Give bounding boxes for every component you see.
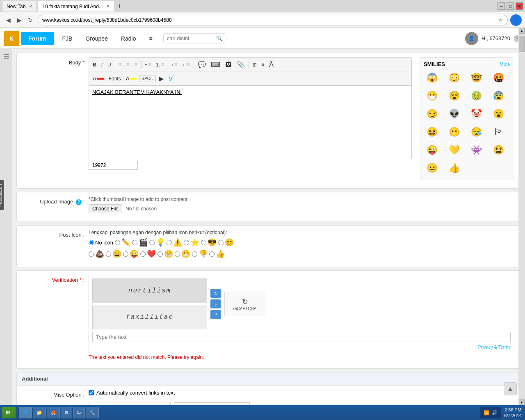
nav-forum-link[interactable]: Forum (21, 32, 54, 45)
icon-pencil[interactable]: ✏️ (115, 238, 130, 247)
close-btn[interactable]: ✕ (516, 2, 523, 10)
ul-btn[interactable]: • ≡ (143, 61, 153, 69)
icon-grin-radio[interactable] (158, 251, 163, 257)
captcha-refresh-btn[interactable]: ↻ (210, 289, 221, 298)
icon-star-radio[interactable] (184, 240, 189, 245)
smiley-13[interactable]: 😆 (424, 124, 440, 140)
minimize-btn[interactable]: ─ (498, 2, 505, 10)
misc-option-checkbox-label[interactable]: Automatically convert links in text (89, 390, 514, 396)
taskbar-item-chrome[interactable]: ⚙ (61, 407, 72, 418)
tab-new[interactable]: New Tab ✕ (2, 1, 37, 11)
bold-btn[interactable]: B (91, 61, 98, 69)
smiley-21[interactable]: 😐 (424, 160, 440, 176)
icon-crazy-radio[interactable] (123, 251, 128, 257)
search-input[interactable] (167, 35, 216, 41)
captcha-help-btn[interactable]: ? (210, 310, 221, 319)
underline-btn[interactable]: U (105, 61, 113, 69)
smiley-14[interactable]: 😶 (446, 124, 462, 140)
icon-dislike-radio[interactable] (192, 251, 197, 257)
smiley-20[interactable]: 😫 (490, 142, 507, 158)
clock[interactable]: 2:56 PM 6/7/2014 (504, 407, 522, 419)
char-count-input[interactable] (89, 161, 138, 170)
icon-grin[interactable]: 😁 (158, 249, 173, 258)
chrome-user-btn[interactable]: 👤 (510, 14, 522, 26)
icon-poop-radio[interactable] (89, 251, 94, 257)
icon-no-icon-radio[interactable] (89, 240, 94, 245)
spoil-btn[interactable]: SPOIL (139, 75, 155, 82)
smiley-3[interactable]: 🤓 (468, 70, 484, 86)
code-btn[interactable]: ⌨ (209, 59, 222, 70)
icon-cool[interactable]: 😎 (201, 238, 217, 247)
icon-crazy[interactable]: 😜 (123, 249, 139, 258)
nav-menu-btn[interactable]: ≡ (143, 32, 159, 45)
back-btn[interactable]: ◀ (3, 15, 13, 25)
ol-btn[interactable]: 1. ≡ (154, 61, 166, 69)
smiley-2[interactable]: 😳 (446, 70, 462, 86)
misc-option-checkbox[interactable] (89, 390, 94, 395)
captcha-audio-btn[interactable]: ♪ (210, 299, 221, 308)
smiley-6[interactable]: 😵 (446, 88, 462, 104)
icon-warning-radio[interactable] (167, 240, 172, 245)
font-size-btn[interactable]: Ã (267, 60, 276, 70)
icon-no-icon[interactable]: No icon (89, 240, 113, 246)
nav-groupee-link[interactable]: Groupee (79, 32, 114, 45)
icon-happy-radio[interactable] (106, 251, 111, 257)
vimeo-btn[interactable]: V (167, 74, 175, 84)
smiley-19[interactable]: 👾 (468, 142, 484, 158)
smiley-18[interactable]: 💛 (446, 142, 462, 158)
captcha-text-input[interactable] (92, 332, 511, 342)
smiley-5[interactable]: 😷 (424, 88, 440, 104)
font-color-btn[interactable]: A (91, 74, 106, 83)
smiley-1[interactable]: 😱 (424, 70, 440, 86)
icon-dislike[interactable]: 👎 (192, 249, 208, 258)
nav-fjb-link[interactable]: FJB (56, 32, 79, 45)
smiley-10[interactable]: 👽 (446, 106, 462, 122)
font-bg-btn[interactable]: A (124, 74, 139, 83)
icon-bulb[interactable]: 💡 (149, 238, 165, 247)
icon-teeth[interactable]: 😬 (175, 249, 190, 258)
smiley-9[interactable]: 😏 (424, 106, 440, 122)
bookmark-star[interactable]: ★ (498, 16, 503, 24)
smiley-22[interactable]: 👍 (446, 160, 462, 176)
icon-movie[interactable]: 🎬 (132, 238, 148, 247)
icon-happy[interactable]: 😄 (106, 249, 121, 258)
taskbar-item-ie[interactable]: 🌐 (19, 407, 32, 418)
smiley-15[interactable]: 😪 (468, 124, 484, 140)
address-input[interactable] (42, 17, 495, 23)
indent-btn[interactable]: →≡ (167, 61, 179, 69)
smiley-12[interactable]: 😮 (490, 106, 507, 122)
feedback-tab[interactable]: Feedback ? (0, 180, 4, 210)
icon-smile[interactable]: 😊 (218, 238, 234, 247)
quote-btn[interactable]: 💬 (196, 59, 208, 70)
search-icon[interactable]: 🔍 (216, 35, 223, 41)
fonts-btn[interactable]: Fonts (107, 75, 123, 83)
back-to-top-btn[interactable]: ▲ (504, 382, 517, 395)
refresh-btn[interactable]: ↻ (25, 15, 35, 25)
icon-like-radio[interactable] (209, 251, 215, 257)
tab-active-close[interactable]: ✕ (106, 4, 110, 9)
hash-btn[interactable]: # (260, 61, 267, 69)
taskbar-item-firefox[interactable]: 🦊 (47, 407, 60, 418)
new-tab-btn[interactable]: + (117, 2, 122, 11)
smiley-8[interactable]: 😰 (490, 88, 507, 104)
smiley-17[interactable]: 😜 (424, 142, 440, 158)
smilies-more-btn[interactable]: More (500, 61, 511, 67)
attachment-btn[interactable]: 📎 (235, 59, 247, 70)
taskbar-item-tool[interactable]: 🔧 (86, 407, 99, 418)
smiley-11[interactable]: 🤡 (468, 106, 484, 122)
choose-file-btn[interactable]: Choose File (89, 204, 122, 213)
icon-cool-radio[interactable] (201, 240, 206, 245)
icon-heart[interactable]: ❤️ (140, 249, 156, 258)
start-button[interactable]: ⊞ (2, 407, 16, 418)
icon-like[interactable]: 👍 (209, 249, 225, 258)
icon-teeth-radio[interactable] (175, 251, 180, 257)
icon-bulb-radio[interactable] (149, 240, 155, 245)
align-right-btn[interactable]: ≡ (132, 61, 139, 69)
taskbar-item-folder[interactable]: 📁 (33, 407, 46, 418)
icon-heart-radio[interactable] (140, 251, 146, 257)
icon-smile-radio[interactable] (218, 240, 224, 245)
smiley-16[interactable]: 🏳 (490, 124, 507, 140)
user-avatar[interactable]: 👤 (465, 32, 478, 45)
outdent-btn[interactable]: ←≡ (180, 61, 192, 69)
maximize-btn[interactable]: □ (507, 2, 514, 10)
